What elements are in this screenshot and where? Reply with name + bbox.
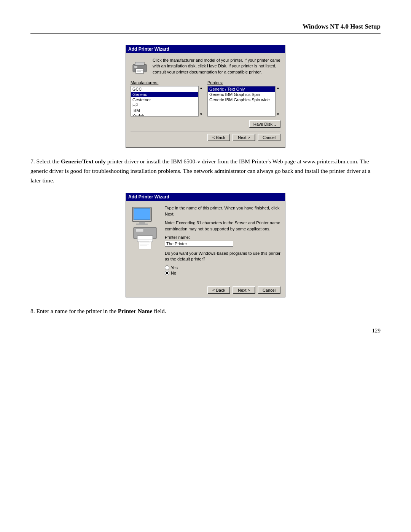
svg-rect-14 xyxy=(138,241,149,241)
manufacturer-generic[interactable]: Generic xyxy=(131,92,198,97)
step7-prefix: Select the xyxy=(37,158,61,165)
printer-generic-ibm-spin[interactable]: Generic IBM Graphics Spin xyxy=(208,92,275,97)
step8-prefix: Enter a name for the printer in the xyxy=(37,308,118,314)
wizard2-desc1: Type in the name of this printer. When y… xyxy=(165,205,280,217)
step8-number: 8. xyxy=(30,308,35,314)
wizard1-titlebar: Add Printer Wizard xyxy=(126,45,285,53)
page-number: 129 xyxy=(30,328,381,334)
printer-generic-text[interactable]: Generic / Text Only xyxy=(208,86,275,92)
wizard2-back-button[interactable]: < Back xyxy=(207,286,230,294)
wizard2-titlebar: Add Printer Wizard xyxy=(126,193,285,201)
manufacturers-label: Manufacturers: xyxy=(131,80,204,85)
have-disk-button[interactable]: Have Disk... xyxy=(249,120,280,128)
printers-col: Printers: Generic / Text Only Generic IB… xyxy=(207,80,280,117)
manufacturer-gestetner[interactable]: Gestetner xyxy=(131,97,198,102)
printers-listbox-container[interactable]: Generic / Text Only Generic IBM Graphics… xyxy=(207,86,280,117)
wizard1-bottom-buttons: < Back Next > Cancel xyxy=(131,131,280,143)
radio-yes-item[interactable]: Yes xyxy=(165,265,280,270)
manufacturer-ibm[interactable]: IBM xyxy=(131,108,198,113)
manufacturer-gcc[interactable]: GCC xyxy=(131,86,198,92)
wizard2-default-question: Do you want your Windows-based programs … xyxy=(165,251,280,262)
printer-name-input[interactable] xyxy=(165,241,233,247)
have-disk-area: Have Disk... xyxy=(131,120,280,128)
printer-name-label: Printer name: xyxy=(165,235,280,240)
wizard2-screenshot: Add Printer Wizard xyxy=(126,193,285,297)
wizard2-computer-printer-icon xyxy=(131,205,161,251)
manufacturers-listbox[interactable]: GCC Generic Gestetner HP IBM Kodak Kyoce… xyxy=(131,86,198,117)
wizard1-screenshot: Add Printer Wizard Click the manufacture… xyxy=(126,45,285,148)
svg-rect-9 xyxy=(136,224,148,225)
printers-label: Printers: xyxy=(207,80,280,85)
step7-text: 7. Select the Generic/Text only printer … xyxy=(30,157,381,185)
svg-rect-1 xyxy=(134,66,137,68)
page-header: Windows NT 4.0 Host Setup xyxy=(30,23,381,34)
step8-text: 8. Enter a name for the printer in the P… xyxy=(30,307,381,316)
manufacturers-scrollbar[interactable]: ▲ ▼ xyxy=(198,86,204,117)
wizard1-description: Click the manufacturer and model of your… xyxy=(153,58,280,75)
svg-rect-17 xyxy=(140,244,149,244)
page-title: Windows NT 4.0 Host Setup xyxy=(303,23,381,30)
wizard2-next-button[interactable]: Next > xyxy=(233,286,255,294)
manufacturers-col: Manufacturers: GCC Generic Gestetner HP … xyxy=(131,80,204,117)
wizard1-cancel-button[interactable]: Cancel xyxy=(258,134,280,141)
radio-no-label: No xyxy=(171,271,176,275)
printer-generic-ibm-spin-wide[interactable]: Generic IBM Graphics Spin wide xyxy=(208,97,275,102)
radio-yes-label: Yes xyxy=(171,265,178,270)
radio-no-item[interactable]: No xyxy=(165,271,280,275)
wizard2-icon-area xyxy=(131,205,161,279)
svg-rect-4 xyxy=(137,70,143,71)
step8-rest: field. xyxy=(152,308,166,314)
svg-rect-5 xyxy=(137,71,141,72)
printers-scrollbar[interactable]: ▲ ▼ xyxy=(275,86,280,117)
step7-number: 7. xyxy=(30,158,35,165)
wizard2-right-panel: Type in the name of this printer. When y… xyxy=(165,205,280,279)
manufacturer-kodak[interactable]: Kodak xyxy=(131,113,198,117)
svg-rect-8 xyxy=(139,222,145,224)
wizard1-printer-icon xyxy=(131,58,149,76)
wizard2-bottom-buttons: < Back Next > Cancel xyxy=(126,284,285,297)
wizard1-back-button[interactable]: < Back xyxy=(207,134,230,141)
printers-listbox[interactable]: Generic / Text Only Generic IBM Graphics… xyxy=(207,86,275,117)
step7-bold: Generic/Text only xyxy=(61,158,106,165)
svg-rect-7 xyxy=(134,208,150,220)
wizard2-desc2: Note: Exceeding 31 characters in the Ser… xyxy=(165,220,280,232)
svg-rect-18 xyxy=(140,245,147,246)
svg-rect-16 xyxy=(140,243,150,243)
svg-rect-11 xyxy=(136,229,143,232)
svg-rect-13 xyxy=(138,240,152,240)
manufacturer-hp[interactable]: HP xyxy=(131,102,198,108)
radio-no-circle[interactable] xyxy=(165,271,169,275)
radio-yes-circle[interactable] xyxy=(165,265,169,270)
wizard1-next-button[interactable]: Next > xyxy=(233,134,255,141)
svg-rect-2 xyxy=(135,62,144,65)
step8-bold: Printer Name xyxy=(118,308,153,314)
wizard2-cancel-button[interactable]: Cancel xyxy=(258,286,280,294)
radio-group-default: Yes No xyxy=(165,265,280,275)
manufacturers-listbox-container[interactable]: GCC Generic Gestetner HP IBM Kodak Kyoce… xyxy=(131,86,204,117)
